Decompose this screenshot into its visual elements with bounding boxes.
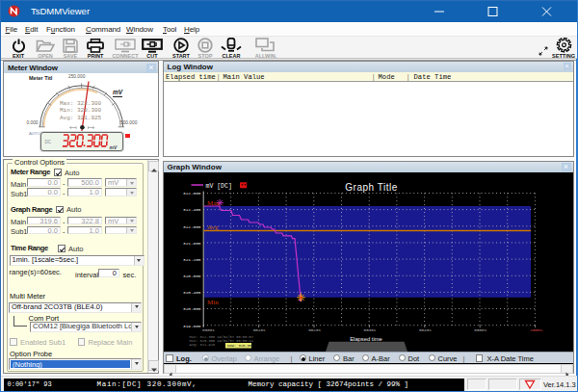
svg-text:Now: 320.300: Now: 320.300 [227,344,254,348]
svg-text:0m30s: 0m30s [363,327,376,332]
svg-text:321.200: 321.200 [183,256,201,261]
svg-text:Elapsed time: Elapsed time [350,335,382,341]
svg-text:322.400: 322.400 [183,207,201,212]
svg-text:0m10s: 0m10s [252,327,265,332]
svg-text:320.800: 320.800 [183,274,201,278]
svg-text:mV [DC]: mV [DC] [205,182,231,189]
svg-text:321.600: 321.600 [183,240,201,245]
svg-text:322.800: 322.800 [183,191,201,196]
svg-text:320.000: 320.000 [183,306,201,311]
svg-text:322.000: 322.000 [183,223,201,228]
svg-text:Avg: Avg [207,223,219,231]
svg-text:1m00s: 1m00s [530,327,542,332]
svg-text:0m40s: 0m40s [418,327,431,332]
svg-text:320.400: 320.400 [183,290,201,295]
svg-text:0m00s: 0m00s [202,327,215,332]
svg-text:Avg: 321.925: Avg: 321.925 [189,343,215,347]
svg-text:0m50s: 0m50s [474,327,486,332]
svg-text:Max: Max [207,198,220,206]
svg-text:Min: Min [207,299,219,306]
svg-text:Graph Title: Graph Title [345,181,397,192]
svg-text:319.600: 319.600 [183,323,201,327]
svg-text:0m20s: 0m20s [308,327,321,332]
